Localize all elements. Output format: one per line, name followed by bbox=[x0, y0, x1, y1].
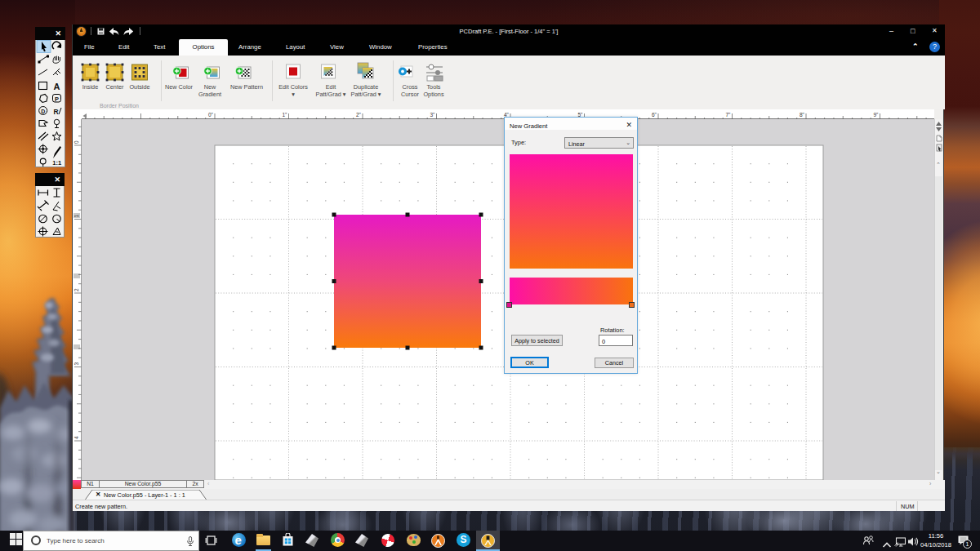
svg-text:4: 4 bbox=[74, 436, 79, 439]
svg-text:D: D bbox=[41, 109, 45, 114]
svg-text:1:1: 1:1 bbox=[52, 159, 61, 167]
svg-text:0: 0 bbox=[74, 140, 79, 144]
svg-text:0": 0" bbox=[208, 112, 214, 118]
svg-text:1": 1" bbox=[283, 112, 288, 118]
svg-text:2: 2 bbox=[74, 288, 79, 291]
svg-text:P: P bbox=[55, 96, 59, 103]
svg-text:A: A bbox=[54, 82, 60, 91]
svg-text:7": 7" bbox=[726, 112, 732, 118]
svg-text:8": 8" bbox=[800, 112, 805, 118]
svg-text:3": 3" bbox=[430, 112, 436, 118]
svg-text:9": 9" bbox=[874, 112, 880, 118]
svg-text:6": 6" bbox=[652, 112, 657, 118]
svg-text:2": 2" bbox=[356, 112, 362, 118]
svg-text:1: 1 bbox=[74, 215, 79, 218]
svg-text:3: 3 bbox=[74, 362, 79, 366]
svg-text:R: R bbox=[53, 108, 58, 116]
